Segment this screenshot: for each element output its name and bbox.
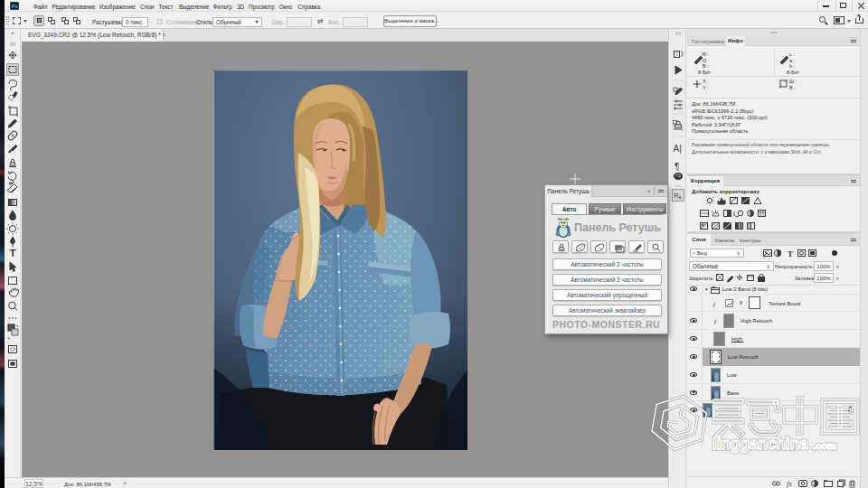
svg-text:b :: b : <box>789 63 796 69</box>
svg-text:¶: ¶ <box>675 162 679 172</box>
svg-text:fx: fx <box>787 480 792 488</box>
svg-text:R :: R : <box>703 52 710 57</box>
svg-text:Y :: Y : <box>703 85 709 90</box>
svg-text:T: T <box>788 249 793 258</box>
svg-text:В :: В : <box>789 85 796 90</box>
svg-text:B :: B : <box>703 63 709 69</box>
svg-text:T: T <box>10 248 16 258</box>
svg-text:A|: A| <box>674 144 682 154</box>
svg-text:Ra: Ra <box>675 192 682 200</box>
svg-text:X :: X : <box>703 79 709 84</box>
svg-text:»: » <box>11 30 14 35</box>
svg-text:a :: a : <box>789 58 796 63</box>
svg-text:8-Бит: 8-Бит <box>787 70 800 75</box>
svg-text:8-Бит: 8-Бит <box>698 70 712 75</box>
svg-text:Ш :: Ш : <box>789 79 797 84</box>
svg-text:G :: G : <box>703 58 710 63</box>
svg-text:L :: L : <box>789 52 795 57</box>
